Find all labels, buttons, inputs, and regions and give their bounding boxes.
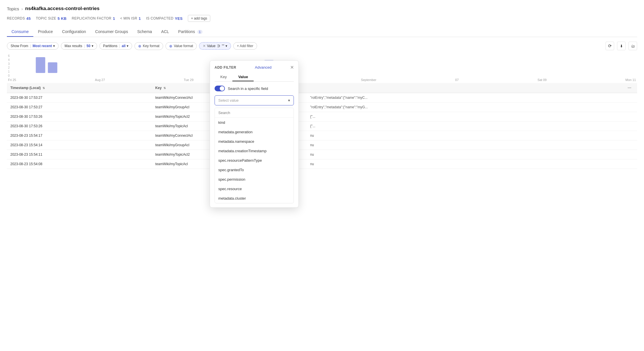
cell-value: nu	[307, 150, 622, 159]
partitions-badge: 1	[197, 30, 203, 34]
cell-timestamp: 2023-08-23 15:54:14	[7, 140, 152, 150]
key-format-button[interactable]: ⊕ Key format	[134, 42, 163, 50]
filter-close-button[interactable]: ✕	[290, 65, 294, 70]
replication-value: 1	[113, 16, 115, 21]
replication-label: REPLICATION FACTOR	[72, 16, 111, 20]
filter-tab-value[interactable]: Value	[232, 73, 254, 81]
table-row[interactable]: 2023-08-30 17:53:26 teamWiki/myTopicAcl …	[7, 122, 637, 131]
field-option[interactable]: metadata.creationTimestamp	[215, 146, 294, 156]
table-row[interactable]: 2023-08-30 17:53:26 teamWiki/myTopicAcl2…	[7, 112, 637, 122]
add-filter-button[interactable]: + Add filter	[233, 42, 257, 50]
toolbar: Show From | Most recent ▾ Max results | …	[7, 42, 637, 50]
records-meta: RECORDS 45	[7, 16, 31, 21]
chart-x-labels: Fri 25 Aug 27 Tue 29 Thu 31 September 07…	[7, 78, 637, 82]
show-from-value: Most recent	[32, 44, 52, 48]
specific-field-row: Search in a specific field	[215, 86, 294, 91]
partitions-value: all	[122, 44, 126, 48]
specific-field-label: Search in a specific field	[228, 86, 268, 91]
field-option[interactable]: spec.resourcePatternType	[215, 156, 294, 165]
field-search-input[interactable]	[215, 108, 294, 118]
tab-configuration[interactable]: Configuration	[57, 27, 90, 37]
filter-op: ∋	[217, 44, 220, 48]
key-format-label: Key format	[143, 44, 159, 48]
tab-consumer-groups[interactable]: Consumer Groups	[90, 27, 132, 37]
value-format-label: Value format	[174, 44, 193, 48]
cell-timestamp: 2023-08-30 17:53:26	[7, 112, 152, 122]
toggle-knob	[220, 86, 224, 91]
replication-meta: REPLICATION FACTOR 1	[72, 16, 115, 21]
compacted-value: Yes	[175, 16, 183, 21]
cell-actions	[622, 112, 637, 122]
tab-partitions[interactable]: Partitions 1	[173, 27, 207, 37]
field-options-list: kindmetadata.generationmetadata.namespac…	[215, 108, 294, 175]
topic-size-meta: TOPIC SIZE 5 KB	[36, 16, 67, 21]
filter-value: ""	[222, 44, 224, 48]
field-option[interactable]: metadata.namespace	[215, 137, 294, 146]
cell-actions	[622, 103, 637, 112]
tab-acl[interactable]: ACL	[157, 27, 173, 37]
cell-timestamp: 2023-08-30 17:53:26	[7, 122, 152, 131]
records-table: Timestamp (Local) ⇅ Key ⇅ ··· 2023-08-30…	[7, 83, 637, 169]
filter-tab-key[interactable]: Key	[215, 73, 232, 81]
refresh-button[interactable]: ⟳	[606, 42, 614, 50]
folder-button[interactable]: 🗂	[628, 42, 637, 50]
field-option[interactable]: kind	[215, 118, 294, 127]
table-row[interactable]: 2023-08-30 17:53:27 teamWiki/myGroupAcl …	[7, 103, 637, 112]
field-option[interactable]: spec.grantedTo	[215, 165, 294, 175]
chevron-down-icon-4: ▾	[225, 44, 227, 48]
table-row[interactable]: 2023-08-23 15:54:17 teamWiki/myConnectAc…	[7, 131, 637, 140]
max-results-value: 50	[86, 44, 90, 48]
plus-icon-2: ⊕	[169, 44, 172, 48]
topic-size-label: TOPIC SIZE	[36, 16, 56, 20]
chart-svg	[7, 54, 637, 77]
table-row[interactable]: 2023-08-23 15:54:14 teamWiki/myGroupAcl …	[7, 140, 637, 150]
breadcrumb: Topics › ns4kafka.access-control-entries	[7, 6, 637, 11]
value-filter-button[interactable]: ✕ Value ∋ "" ▾	[199, 42, 231, 50]
add-tags-button[interactable]: + add tags	[188, 15, 210, 22]
partitions-button[interactable]: Partitions | all ▾	[99, 42, 132, 50]
tabs-bar: Consume Produce Configuration Consumer G…	[7, 27, 637, 37]
chevron-down-icon: ▾	[53, 44, 55, 48]
cell-actions	[622, 150, 637, 159]
filter-label: Value	[207, 44, 215, 48]
show-from-label: Show From	[11, 44, 28, 48]
add-filter-label: + Add filter	[237, 44, 253, 48]
compacted-label: IS COMPACTED	[146, 16, 173, 20]
download-icon: ⬇	[620, 44, 623, 48]
meta-row: RECORDS 45 TOPIC SIZE 5 KB REPLICATION F…	[7, 15, 637, 22]
table-row[interactable]: 2023-08-30 17:53:27 teamWiki/myConnectAc…	[7, 93, 637, 103]
value-format-button[interactable]: ⊕ Value format	[165, 42, 197, 50]
min-isr-label: < MIN ISR	[120, 16, 137, 20]
field-option[interactable]: metadata.generation	[215, 127, 294, 137]
tab-schema[interactable]: Schema	[133, 27, 157, 37]
min-isr-meta: < MIN ISR 1	[120, 16, 141, 21]
max-results-button[interactable]: Max results | 50 ▾	[61, 42, 97, 50]
col-value	[307, 83, 622, 93]
filter-advanced-button[interactable]: Advanced	[255, 65, 271, 70]
filter-body: Search in a specific field Select value …	[210, 82, 298, 175]
show-from-button[interactable]: Show From | Most recent ▾	[7, 42, 59, 50]
cell-value: "rolEntry","metadata":{"name":"myG...	[307, 103, 622, 112]
cell-value: {"...	[307, 112, 622, 122]
max-results-label: Max results	[65, 44, 82, 48]
min-isr-value: 1	[139, 16, 141, 21]
cell-actions	[622, 131, 637, 140]
add-tags-label: + add tags	[191, 16, 207, 20]
tab-produce[interactable]: Produce	[33, 27, 57, 37]
more-button-header[interactable]: ···	[625, 85, 634, 91]
records-value: 45	[26, 16, 31, 21]
breadcrumb-separator: ›	[22, 6, 23, 11]
filter-panel-title: ADD FILTER	[215, 65, 236, 70]
table-row[interactable]: 2023-08-23 15:54:11 teamWiki/myTopicAcl2…	[7, 150, 637, 159]
table-row[interactable]: 2023-08-23 15:54:08 teamWiki/myTopicAcl …	[7, 159, 637, 169]
select-value-dropdown[interactable]: Select value ▾	[215, 95, 294, 105]
download-button[interactable]: ⬇	[617, 42, 626, 50]
chevron-down-icon-2: ▾	[92, 44, 93, 48]
col-timestamp[interactable]: Timestamp (Local) ⇅	[7, 83, 152, 93]
specific-field-toggle[interactable]	[215, 86, 225, 91]
tab-consume[interactable]: Consume	[7, 27, 33, 37]
svg-rect-0	[36, 57, 45, 73]
cell-timestamp: 2023-08-23 15:54:17	[7, 131, 152, 140]
cell-value: nu	[307, 140, 622, 150]
breadcrumb-topics-link[interactable]: Topics	[7, 6, 19, 11]
